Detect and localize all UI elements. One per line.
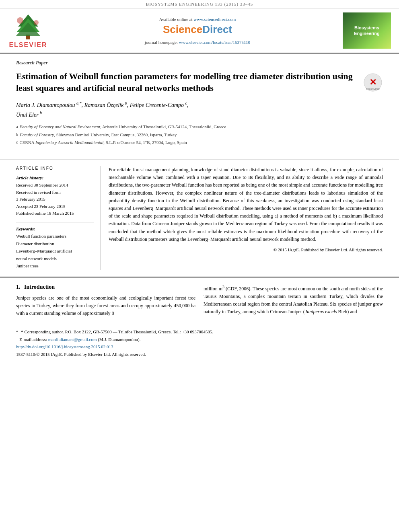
accepted-date: Accepted 23 February 2015 bbox=[16, 203, 94, 210]
article-header: Research Paper Estimation of Weibull fun… bbox=[0, 53, 399, 160]
journal-homepage-url[interactable]: www.elsevier.com/locate/issn/15375110 bbox=[179, 40, 250, 45]
keywords-section: Keywords: Weibull function parameters Di… bbox=[16, 226, 94, 269]
abstract-column: For reliable forest management planning,… bbox=[109, 166, 383, 270]
keywords-label: Keywords: bbox=[16, 226, 94, 231]
svg-point-4 bbox=[17, 17, 23, 24]
keyword-1: Weibull function parameters bbox=[16, 233, 94, 240]
doi-line: http://dx.doi.org/10.1016/j.biosystemsen… bbox=[16, 343, 383, 351]
crossmark-icon: ✕ CrossMark bbox=[363, 72, 383, 92]
corresponding-author-text: * Corresponding author. P.O. Box 2122, G… bbox=[21, 329, 213, 334]
elsevier-logo-section: ELSEVIER bbox=[4, 12, 52, 49]
affiliation-c: c CERNA Ingeniería y Asesoría Medioambie… bbox=[16, 139, 383, 146]
intro-title: Introduction bbox=[24, 284, 55, 290]
journal-reference: BIOSYSTEMS ENGINEERING 133 (2015) 33–45 bbox=[0, 0, 399, 8]
article-type: Research Paper bbox=[16, 60, 383, 66]
intro-right-text: million m3 (GDF, 2006). These species ar… bbox=[204, 284, 383, 316]
footnote-star: * bbox=[16, 329, 19, 334]
intro-right-column: million m3 (GDF, 2006). These species ar… bbox=[204, 284, 383, 318]
sciencedirect-logo: ScienceDirect bbox=[163, 23, 232, 36]
footnotes-section: * * Corresponding author. P.O. Box 2122,… bbox=[0, 324, 399, 358]
article-info-title: ARTICLE INFO bbox=[16, 166, 94, 170]
biosystems-branding: BiosystemsEngineering bbox=[343, 12, 391, 49]
keyword-5: Juniper trees bbox=[16, 263, 94, 269]
keyword-2: Diameter distribution bbox=[16, 240, 94, 247]
published-date: Published online 18 March 2015 bbox=[16, 210, 94, 217]
revised-date: 3 February 2015 bbox=[16, 196, 94, 203]
keyword-4: neural network models bbox=[16, 255, 94, 262]
journal-homepage-line: journal homepage: www.elsevier.com/locat… bbox=[145, 40, 250, 45]
intro-left-text: Juniper species are one of the most econ… bbox=[16, 294, 195, 318]
email-label: E-mail address: bbox=[19, 337, 47, 342]
issn-line: 1537-5110/© 2015 IAgrE. Published by Els… bbox=[16, 351, 383, 358]
section-number: 1. bbox=[16, 284, 21, 290]
elsevier-brand: ELSEVIER bbox=[9, 41, 47, 49]
intro-heading: 1. Introduction bbox=[16, 284, 195, 290]
journal-header: ELSEVIER Available online at www.science… bbox=[0, 8, 399, 53]
article-dates: Received 30 September 2014 Received in r… bbox=[16, 182, 94, 217]
affiliations: a Faculty of Forestry and Natural Enviro… bbox=[16, 123, 383, 146]
email-address[interactable]: mardi.diamant@gmail.com bbox=[48, 337, 97, 342]
abstract-copyright: © 2015 IAgrE. Published by Elsevier Ltd.… bbox=[109, 247, 383, 252]
title-row: Estimation of Weibull function parameter… bbox=[16, 71, 383, 94]
affiliation-a: a Faculty of Forestry and Natural Enviro… bbox=[16, 123, 383, 131]
article-info-panel: ARTICLE INFO Article history: Received 3… bbox=[16, 166, 101, 270]
doi-link[interactable]: http://dx.doi.org/10.1016/j.biosystemsen… bbox=[16, 344, 113, 349]
email-line: E-mail address: mardi.diamant@gmail.com … bbox=[16, 336, 383, 343]
biosystems-label: BiosystemsEngineering bbox=[354, 25, 380, 37]
sciencedirect-url[interactable]: www.sciencedirect.com bbox=[193, 17, 236, 22]
abstract-text: For reliable forest management planning,… bbox=[109, 166, 383, 243]
article-title: Estimation of Weibull function parameter… bbox=[16, 71, 356, 94]
affiliation-b: b Faculty of Forestry, Süleyman Demirel … bbox=[16, 131, 383, 139]
article-history-label: Article history: bbox=[16, 175, 94, 180]
revised-label: Received in revised form bbox=[16, 189, 94, 196]
svg-point-5 bbox=[34, 20, 39, 25]
svg-text:CrossMark: CrossMark bbox=[366, 88, 380, 90]
intro-left-column: 1. Introduction Juniper species are one … bbox=[16, 284, 195, 318]
svg-text:✕: ✕ bbox=[369, 77, 376, 87]
authors-line: Maria J. Diamantopoulou a,*, Ramazan Özç… bbox=[16, 100, 383, 119]
email-person: (M.J. Diamantopoulou). bbox=[98, 337, 140, 342]
info-divider bbox=[16, 222, 94, 222]
keyword-3: Levenberg–Marquardt artificial bbox=[16, 248, 94, 255]
article-info-abstract: ARTICLE INFO Article history: Received 3… bbox=[0, 160, 399, 277]
introduction-section: 1. Introduction Juniper species are one … bbox=[0, 277, 399, 324]
available-online-text: Available online at www.sciencedirect.co… bbox=[159, 17, 236, 22]
elsevier-tree-icon bbox=[12, 12, 44, 41]
journal-info-center: Available online at www.sciencedirect.co… bbox=[56, 12, 339, 49]
received-date: Received 30 September 2014 bbox=[16, 182, 94, 189]
corresponding-author-note: * * Corresponding author. P.O. Box 2122,… bbox=[16, 328, 383, 336]
